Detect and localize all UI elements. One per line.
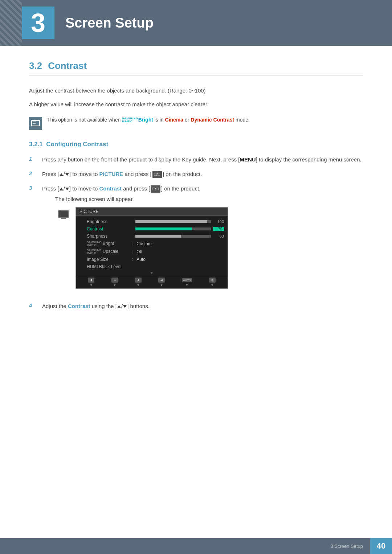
steps-list: 1 Press any button on the front of the p…: [29, 155, 363, 311]
step-number-2: 2: [29, 170, 36, 176]
step-number-3: 3: [29, 185, 36, 191]
sharpness-label: Sharpness: [79, 234, 130, 239]
note-text: This option is not available when SAMSUN…: [47, 116, 250, 124]
image-size-row: Image Size : Auto: [79, 256, 224, 263]
note-icon: [29, 117, 42, 130]
step-4: 4 Adjust the Contrast using the [/] butt…: [29, 302, 363, 311]
image-size-value: Auto: [136, 257, 146, 262]
svg-point-11: [212, 279, 213, 281]
step-3: 3 Press [/] to move to Contrast and pres…: [29, 184, 363, 296]
screen-btn-plus-arrow: ▼: [136, 283, 140, 287]
body-text-1: Adjust the contrast between the objects …: [29, 86, 363, 95]
section-title: Contrast: [48, 60, 87, 71]
image-size-label: Image Size: [79, 257, 130, 262]
plus-icon: [136, 278, 140, 282]
auto-label: AUTO: [182, 278, 192, 282]
contrast-label: Contrast: [79, 226, 130, 231]
brightness-label: Brightness: [79, 219, 130, 224]
screen-btn-minus-arrow: ▼: [113, 283, 116, 287]
monitor-icon-svg: [58, 210, 69, 219]
sharpness-bar-fill: [135, 235, 181, 238]
body-text-2: A higher value will increase the contras…: [29, 100, 363, 109]
svg-rect-8: [114, 280, 116, 280]
chapter-title: Screen Setup: [65, 15, 154, 31]
screen-content: Brightness 100 Contrast: [76, 216, 228, 276]
step-2: 2 Press [/] to move to PICTURE and press…: [29, 170, 363, 178]
gear-icon: [211, 278, 214, 282]
screen-btn-left-icon: [88, 278, 94, 283]
step-3-sub-text: The following screen will appear.: [55, 196, 228, 202]
hdmi-label: HDMI Black Level: [79, 264, 130, 269]
chapter-number: 3: [31, 10, 45, 36]
note-bright-highlight: Bright: [138, 117, 153, 123]
sharpness-value: 60: [213, 234, 224, 238]
screen-btn-plus-icon: [135, 278, 142, 283]
chapter-header: 3 Screen Setup: [0, 0, 392, 46]
step-text-1: Press any button on the front of the pro…: [42, 155, 362, 164]
contrast-value: 75: [213, 227, 224, 231]
subsection-heading: 3.2.1 Configuring Contrast: [29, 141, 363, 148]
scroll-down-indicator: ▼: [79, 270, 224, 276]
screen-btn-left-arrow: ▼: [90, 283, 93, 287]
page-footer: 3 Screen Setup 40: [0, 538, 392, 554]
step-1: 1 Press any button on the front of the p…: [29, 155, 363, 164]
screen-btn-left: ▼: [88, 278, 94, 287]
step-3-content: Press [/] to move to Contrast and press …: [42, 184, 228, 296]
screen-btn-plus: ▼: [135, 278, 142, 287]
footer-page-number: 40: [370, 538, 392, 554]
screen-btn-enter-icon: [158, 278, 165, 283]
screen-btn-auto-arrow: ▼: [185, 283, 188, 287]
screen-btn-minus: ▼: [111, 278, 118, 287]
step-text-3: Press [/] to move to Contrast and press …: [42, 185, 200, 192]
monitor-icon: [55, 207, 72, 222]
contrast-bar-fill: [135, 227, 192, 230]
screen-title-bar: PICTURE: [76, 208, 228, 216]
svg-rect-10: [138, 279, 139, 281]
samsung-bright-row: SAMSUNGMAGIC Bright : Custom: [79, 240, 224, 248]
sharpness-row: Sharpness 60: [79, 233, 224, 240]
screen-container: PICTURE Brightness 100: [55, 207, 228, 296]
brightness-row: Brightness 100: [79, 218, 224, 225]
step-number-4: 4: [29, 302, 36, 308]
samsung-bright-label: SAMSUNGMAGIC Bright: [79, 241, 130, 247]
main-content: 3.2 Contrast Adjust the contrast between…: [0, 46, 392, 345]
contrast-bar: [135, 227, 211, 230]
svg-marker-7: [90, 279, 92, 282]
note-box: This option is not available when SAMSUN…: [29, 116, 363, 130]
hdmi-row: HDMI Black Level: [79, 263, 224, 270]
step-text-2: Press [/] to move to PICTURE and press […: [42, 170, 202, 178]
minus-icon: [113, 278, 117, 282]
screen-btn-auto: AUTO ▼: [182, 278, 192, 287]
brightness-bar: [135, 220, 211, 223]
enter-icon: [160, 278, 163, 282]
step-number-1: 1: [29, 156, 36, 162]
svg-point-12: [211, 279, 214, 282]
left-arrow-icon: [89, 278, 93, 282]
screen-btn-enter: ▼: [158, 278, 165, 287]
brightness-bar-fill: [135, 220, 207, 223]
brightness-value: 100: [213, 219, 224, 224]
screen-title-text: PICTURE: [79, 209, 99, 214]
svg-rect-6: [62, 218, 65, 218]
section-heading: 3.2 Contrast: [29, 60, 363, 75]
samsung-upscale-row: SAMSUNGMAGIC Upscale : Off: [79, 248, 224, 256]
screen-btn-enter-arrow: ▼: [160, 283, 163, 287]
header-stripes-decoration: [0, 0, 22, 46]
note-dynamic-highlight: Dynamic Contrast: [191, 117, 234, 123]
screen-btn-minus-icon: [111, 278, 118, 283]
monitor-screenshot: PICTURE Brightness 100: [75, 207, 228, 289]
screen-btn-gear-icon: [209, 278, 216, 283]
screen-btn-gear-arrow: ▼: [211, 283, 214, 287]
samsung-upscale-label: SAMSUNGMAGIC Upscale: [79, 249, 130, 255]
samsung-bright-value: Custom: [136, 241, 151, 246]
samsung-magic-brand: SAMSUNGMAGIC: [122, 117, 138, 123]
section-number: 3.2: [29, 60, 42, 71]
svg-rect-4: [59, 211, 68, 217]
note-cinema-highlight: Cinema: [165, 117, 184, 123]
screen-btn-gear: ▼: [209, 278, 216, 287]
samsung-upscale-value: Off: [136, 249, 142, 254]
sharpness-bar: [135, 235, 211, 238]
contrast-row: Contrast 75: [79, 225, 224, 233]
footer-section-label: 3 Screen Setup: [330, 543, 370, 549]
screen-bottom-bar: ▼ ▼: [76, 276, 228, 288]
